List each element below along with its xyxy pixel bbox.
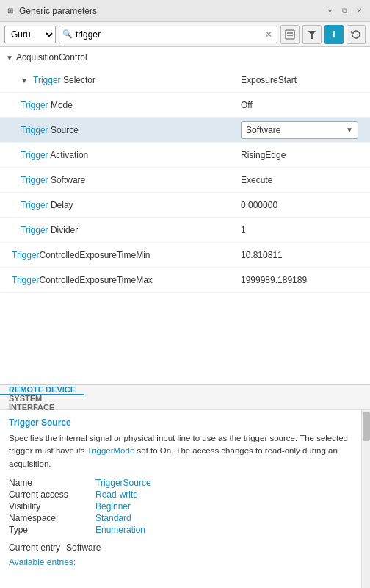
info-panel-desc: Specifies the internal signal or physica… (9, 432, 352, 470)
title-bar-controls: ▾ ⧉ ✕ (323, 4, 366, 18)
clear-search-button[interactable]: ✕ (264, 29, 274, 40)
param-value-3: Execute (241, 175, 358, 185)
title-bar-icon: ⊞ (4, 5, 16, 17)
info-field-value-4: Enumeration (95, 525, 352, 535)
param-value-2: RisingEdge (241, 150, 358, 160)
param-value-7: 1999989.189189 (241, 275, 358, 285)
param-name-7: TriggerControlledExposureTimeMax (12, 275, 241, 285)
refresh-button[interactable] (347, 25, 366, 44)
info-field-label-0: Name (9, 478, 90, 488)
current-entry-value: Software (66, 542, 101, 553)
info-field-value-0: TriggerSource (95, 478, 352, 488)
param-row-6: TriggerControlledExposureTimeMin10.81081… (0, 243, 370, 268)
main-panel: ▼ AcquisitionControl ▼ Trigger Selector … (0, 47, 370, 385)
param-name-4: Trigger Delay (21, 200, 241, 210)
tabs-bar: REMOTE DEVICESYSTEMINTERFACELOCAL DEVICE… (0, 385, 370, 410)
title-bar: ⊞ Generic parameters ▾ ⧉ ✕ (0, 0, 370, 22)
info-panel: Trigger Source Specifies the internal si… (0, 410, 361, 588)
close-button[interactable]: ✕ (352, 4, 366, 18)
info-field-value-3: Standard (95, 513, 352, 523)
param-value-6: 10.810811 (241, 250, 358, 260)
info-button[interactable]: i (324, 25, 344, 44)
trigger-mode-link: TriggerMode (87, 446, 135, 455)
section-acquisition-control[interactable]: ▼ AcquisitionControl (0, 47, 370, 68)
info-field-label-4: Type (9, 525, 90, 535)
info-field-value-1: Read-write (95, 490, 352, 500)
search-icon: 🔍 (62, 29, 73, 39)
param-value-1[interactable]: Software ▼ (241, 121, 358, 139)
toolbar: Guru 🔍 ✕ i (0, 22, 370, 47)
param-row-0: Trigger ModeOff (0, 93, 370, 118)
param-value-4: 0.000000 (241, 200, 358, 210)
current-entry-row: Current entry Software (9, 542, 352, 553)
param-name-1: Trigger Source (21, 125, 241, 135)
info-field-label-3: Namespace (9, 513, 90, 523)
info-field-label-1: Current access (9, 490, 90, 500)
title-bar-title: Generic parameters (19, 6, 320, 16)
param-name-3: Trigger Software (21, 175, 241, 185)
section-collapse-arrow: ▼ (6, 54, 13, 62)
guru-select[interactable]: Guru (4, 26, 56, 43)
trigger-selector-value: ExposureStart (241, 75, 358, 85)
info-section: Trigger Source Specifies the internal si… (0, 410, 370, 588)
scrollbar-thumb[interactable] (363, 412, 370, 441)
param-value-0: Off (241, 100, 358, 110)
section-label: AcquisitionControl (16, 52, 87, 62)
svg-marker-3 (308, 31, 316, 39)
bookmark-button[interactable] (280, 25, 300, 44)
param-name-trigger-selector: ▼ Trigger Selector (21, 75, 241, 85)
param-rows: Trigger ModeOffTrigger Source Software ▼… (0, 93, 370, 293)
param-row-2: Trigger ActivationRisingEdge (0, 143, 370, 168)
trigger-selector-arrow: ▼ (21, 76, 28, 85)
param-row-5: Trigger Divider1 (0, 218, 370, 243)
minimize-button[interactable]: ▾ (323, 4, 336, 18)
param-name-2: Trigger Activation (21, 150, 241, 160)
param-row-1[interactable]: Trigger Source Software ▼ (0, 118, 370, 143)
param-row-trigger-selector: ▼ Trigger Selector ExposureStart (0, 68, 370, 93)
scrollbar-track[interactable] (361, 410, 370, 588)
dock-button[interactable]: ⧉ (338, 4, 351, 18)
param-name-0: Trigger Mode (21, 100, 241, 110)
svg-rect-0 (286, 30, 294, 39)
param-row-3: Trigger SoftwareExecute (0, 168, 370, 193)
param-value-5: 1 (241, 225, 358, 235)
param-row-7: TriggerControlledExposureTimeMax1999989.… (0, 268, 370, 293)
param-dropdown-1[interactable]: Software ▼ (241, 121, 358, 139)
search-input[interactable] (76, 29, 264, 40)
info-field-value-2: Beginner (95, 501, 352, 512)
available-entries-link[interactable]: Available entries: (9, 557, 352, 567)
tabs-container: REMOTE DEVICESYSTEMINTERFACELOCAL DEVICE… (0, 385, 84, 409)
param-row-4: Trigger Delay0.000000 (0, 193, 370, 218)
dropdown-value-1: Software (246, 125, 280, 135)
trigger-selector-prefix: Trigger (33, 75, 61, 85)
param-name-5: Trigger Divider (21, 225, 241, 235)
filter-button[interactable] (302, 25, 322, 44)
search-box: 🔍 ✕ (59, 26, 278, 43)
param-name-6: TriggerControlledExposureTimeMin (12, 250, 241, 260)
trigger-selector-suffix: Selector (63, 75, 95, 85)
info-field-label-2: Visibility (9, 501, 90, 512)
dropdown-arrow-1: ▼ (346, 126, 353, 134)
info-panel-title: Trigger Source (9, 417, 352, 428)
current-entry-label: Current entry (9, 542, 60, 553)
info-fields-grid: NameTriggerSourceCurrent accessRead-writ… (9, 478, 352, 535)
